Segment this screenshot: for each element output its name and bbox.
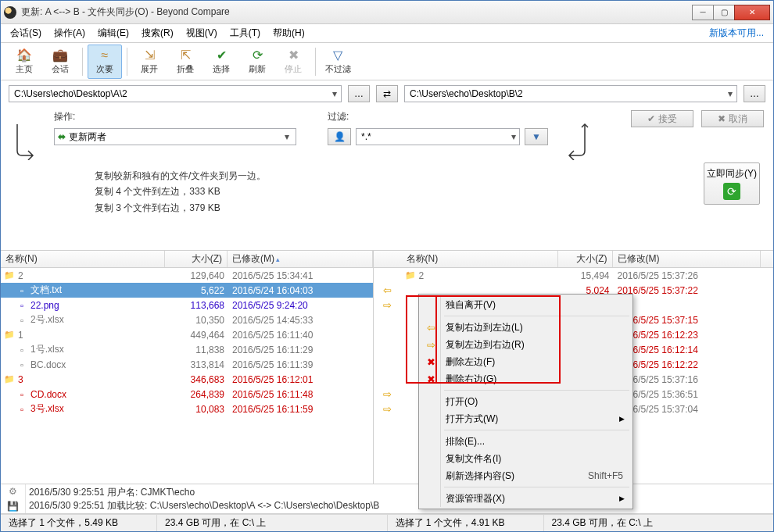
window-title: 更新: A <--> B - 文件夹同步(O) - Beyond Compare	[21, 5, 693, 19]
refresh-button[interactable]: ⟳刷新	[240, 45, 274, 79]
expand-button[interactable]: ⇲展开	[132, 45, 167, 79]
operation-dropdown[interactable]: ⬌ 更新两者 ▾	[54, 128, 296, 145]
table-row[interactable]: 📁1 449,464 2016/5/25 16:11:40	[1, 327, 373, 342]
col-name[interactable]: 名称(N)	[1, 251, 165, 267]
menu-actions[interactable]: 操作(A)	[49, 25, 90, 41]
menu-tools[interactable]: 工具(T)	[225, 25, 265, 41]
ctx-copy-left-to-right[interactable]: ⇨复制左边到右边(R)	[421, 336, 631, 353]
file-icon: ▫	[16, 315, 27, 326]
presets-button[interactable]: 👤	[328, 128, 351, 145]
table-row[interactable]: ▫CD.docx 264,839 2016/5/25 16:11:48	[1, 387, 373, 402]
folder-icon: 📁	[4, 374, 15, 385]
stop-button: ✖停止	[276, 45, 310, 79]
sync-direction-cell	[374, 268, 402, 283]
sync-icon: ⟳	[723, 183, 740, 200]
file-icon: ▫	[16, 404, 27, 415]
chevron-down-icon: ▾	[508, 131, 519, 142]
ctx-explorer[interactable]: 资源管理器(X)▶	[421, 490, 631, 507]
delete-icon: ✖	[425, 356, 437, 368]
briefcase-icon: 💼	[53, 48, 67, 62]
sessions-button[interactable]: 💼会话	[43, 45, 77, 79]
folder-icon: 📁	[4, 330, 15, 341]
ctx-open-with[interactable]: 打开方式(W)▶	[421, 410, 631, 427]
table-row[interactable]: ▫22.png 113,668 2016/5/25 9:24:20	[1, 298, 373, 312]
context-menu: 独自离开(V) ⇦复制右边到左边(L) ⇨复制左边到右边(R) ✖删除左边(F)…	[418, 294, 633, 509]
left-path-box[interactable]: ▾	[9, 85, 342, 102]
update-available-link[interactable]: 新版本可用...	[704, 25, 769, 41]
menu-bar: 会话(S) 操作(A) 编辑(E) 搜索(R) 视图(V) 工具(T) 帮助(H…	[1, 24, 773, 43]
table-row[interactable]: ▫文档.txt 5,622 2016/5/24 16:04:03	[1, 283, 373, 298]
table-row[interactable]: ▫2号.xlsx 10,350 2016/5/25 14:45:33	[1, 312, 373, 327]
table-row[interactable]: ▫3号.xlsx 10,083 2016/5/25 16:11:59	[1, 402, 373, 416]
save-icon[interactable]: 💾	[7, 501, 19, 512]
ctx-refresh-selection[interactable]: 刷新选择内容(S)Shift+F5	[421, 467, 631, 484]
table-row[interactable]: 📁2 129,640 2016/5/25 15:34:41	[1, 268, 373, 283]
menu-view[interactable]: 视图(V)	[181, 25, 222, 41]
check-icon: ✔	[647, 113, 655, 124]
sync-arrow-column: ⇦⇨⇨⇨	[374, 251, 402, 484]
right-path-box[interactable]: ▾	[404, 85, 737, 102]
right-browse-button[interactable]: …	[744, 85, 765, 102]
minor-button[interactable]: ≈次要	[88, 45, 122, 79]
ctx-exclude[interactable]: 排除(E)...	[421, 433, 631, 450]
status-selection-left: 选择了 1 个文件，5.49 KB	[1, 515, 157, 531]
ctx-delete-left[interactable]: ✖删除左边(F)	[421, 353, 631, 370]
gear-icon[interactable]: ⚙	[9, 486, 17, 497]
maximize-button[interactable]: ▢	[713, 5, 735, 20]
filter-toggle-button[interactable]: ▼	[525, 128, 548, 145]
ctx-isolate[interactable]: 独自离开(V)	[421, 296, 631, 313]
table-row[interactable]: ▫1号.xlsx 11,838 2016/5/25 16:11:29	[1, 342, 373, 357]
swap-button[interactable]: ⇄	[376, 85, 398, 102]
sync-now-button[interactable]: 立即同步(Y) ⟳	[704, 162, 760, 205]
menu-session[interactable]: 会话(S)	[5, 25, 46, 41]
sync-direction-cell	[374, 357, 402, 372]
log-line: 2016/5/30 9:25:51 加载比较: C:\Users\echo\De…	[29, 499, 770, 512]
select-button[interactable]: ✔选择	[204, 45, 238, 79]
right-path-input[interactable]	[405, 88, 724, 99]
menu-search[interactable]: 搜索(R)	[137, 25, 178, 41]
menu-help[interactable]: 帮助(H)	[268, 25, 310, 41]
collapse-icon: ⇱	[178, 48, 192, 62]
left-browse-button[interactable]: …	[348, 85, 370, 102]
col-modified[interactable]: 已修改(M)	[228, 251, 373, 267]
accept-button[interactable]: ✔接受	[631, 110, 693, 127]
arrow-left-icon: ⇦	[425, 322, 437, 334]
status-selection-right: 选择了 1 个文件，4.91 KB	[388, 515, 544, 531]
col-size[interactable]: 大小(Z)	[558, 251, 613, 267]
left-flow-arrow	[10, 110, 38, 160]
minimize-button[interactable]: ─	[692, 5, 714, 20]
ctx-copy-filename[interactable]: 复制文件名(I)	[421, 450, 631, 467]
ctx-copy-right-to-left[interactable]: ⇦复制右边到左边(L)	[421, 319, 631, 336]
toolbar: 🏠主页 💼会话 ≈次要 ⇲展开 ⇱折叠 ✔选择 ⟳刷新 ✖停止 ▽不过滤	[1, 43, 773, 80]
filter-input[interactable]	[357, 131, 508, 142]
title-bar: 更新: A <--> B - 文件夹同步(O) - Beyond Compare…	[1, 1, 773, 24]
filter-input-box[interactable]: ▾	[356, 128, 520, 145]
cancel-button[interactable]: ✖取消	[701, 110, 764, 127]
check-icon: ✔	[214, 48, 228, 62]
col-size[interactable]: 大小(Z)	[165, 251, 228, 267]
ctx-delete-right[interactable]: ✖删除右边(G)	[421, 370, 631, 387]
table-row[interactable]: ▫BC.docx 313,814 2016/5/25 16:11:39	[1, 357, 373, 372]
ctx-open[interactable]: 打开(O)	[421, 393, 631, 410]
dropdown-icon[interactable]: ▾	[328, 88, 341, 99]
sync-direction-cell	[374, 327, 402, 342]
log-line: 2016/5/30 9:25:51 用户名: CJMKT\echo	[29, 486, 770, 499]
collapse-button[interactable]: ⇱折叠	[168, 45, 202, 79]
left-pane: 名称(N) 大小(Z) 已修改(M) 📁2 129,640 2016/5/25 …	[1, 251, 374, 484]
table-row[interactable]: 📁2 15,494 2016/5/25 15:37:26	[402, 268, 774, 283]
col-name[interactable]: 名称(N)	[402, 251, 558, 267]
home-button[interactable]: 🏠主页	[7, 45, 41, 79]
sync-direction-cell	[374, 342, 402, 357]
dropdown-icon[interactable]: ▾	[724, 88, 736, 99]
sync-direction-cell: ⇨	[374, 402, 402, 416]
status-free-left: 23.4 GB 可用，在 C:\ 上	[157, 515, 388, 531]
file-icon: ▫	[16, 359, 27, 370]
close-button[interactable]: ✕	[734, 5, 770, 20]
col-modified[interactable]: 已修改(M)	[613, 251, 761, 267]
menu-edit[interactable]: 编辑(E)	[93, 25, 134, 41]
submenu-arrow-icon: ▶	[619, 415, 625, 423]
table-row[interactable]: 📁3 346,683 2016/5/25 16:12:01	[1, 372, 373, 387]
left-path-input[interactable]	[9, 88, 328, 99]
nofilter-button[interactable]: ▽不过滤	[321, 45, 355, 79]
sync-direction-cell	[374, 312, 402, 327]
